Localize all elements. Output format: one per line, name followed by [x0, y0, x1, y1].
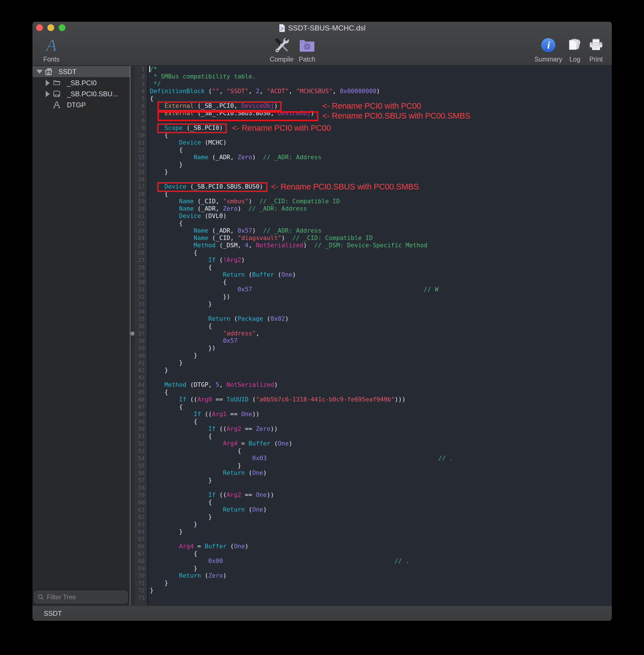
code-line: [148, 374, 612, 381]
line-number: 27: [130, 256, 147, 264]
code-line: }: [148, 161, 612, 168]
line-number: 65: [130, 535, 147, 543]
code-line: 0x57 // W: [148, 286, 612, 293]
status-bar: SSDT: [32, 606, 612, 621]
code-line: Name (_CID, "diagsvault") // _CID: Compa…: [148, 234, 612, 242]
filter-tree-input[interactable]: Filter Tree: [34, 591, 128, 603]
code-line: 0x00 // .: [148, 557, 612, 565]
code-line: If ((Arg2 == One)): [148, 491, 612, 499]
sidebar-item-dtgp[interactable]: DTGP: [32, 99, 130, 110]
disclosure-right-icon[interactable]: [46, 80, 50, 86]
print-button[interactable]: Print: [573, 34, 612, 65]
code-line: }: [148, 366, 612, 374]
sidebar-item--sb-pci0[interactable]: _SB.PCI0: [32, 77, 130, 88]
line-number: 38: [130, 337, 147, 344]
line-number: 48: [130, 410, 147, 418]
code-line: }: [148, 528, 612, 535]
tree-item-label: SSDT: [59, 68, 76, 76]
code-line: If ((Arg1 == One)): [148, 410, 612, 418]
sidebar-item-ssdt[interactable]: SSDT: [32, 66, 130, 77]
fonts-icon: A: [46, 36, 57, 54]
code-line: DefinitionBlock ("", "SSDT", 2, "ACDT", …: [148, 88, 612, 95]
code-line: Arg4 = Buffer (One): [148, 440, 612, 447]
code-line: {: [148, 388, 612, 396]
code-line: /*: [148, 66, 612, 73]
line-number: 40: [130, 352, 147, 359]
code-line: {: [148, 550, 612, 557]
home-icon: [44, 67, 53, 76]
rename-annotation: <- Rename PCI0 with PC00: [322, 101, 421, 111]
tree-item-label: _SB.PCI0: [67, 79, 96, 87]
code-line: }: [148, 462, 612, 469]
tree-item-label: DTGP: [67, 101, 86, 109]
code-line: Method (_DSM, 4, NotSerialized) // _DSM:…: [148, 242, 612, 249]
code-line: }: [148, 168, 612, 176]
line-number: 9: [130, 124, 147, 132]
line-number: 46: [130, 396, 147, 403]
line-number: 29: [130, 271, 147, 278]
window-title: SSDT-SBUS-MCHC.dsl: [288, 24, 365, 32]
line-number: 57: [130, 477, 147, 484]
line-number: 19: [130, 198, 147, 205]
code-line: [148, 594, 612, 601]
filter-placeholder: Filter Tree: [47, 593, 76, 601]
code-line: Return (Zero): [148, 572, 612, 579]
main-content: SSDT_SB.PCI0_SB.PCI0.SBU...DTGP Filter T…: [32, 66, 612, 606]
line-number: 60: [130, 499, 147, 506]
code-line: {: [148, 418, 612, 425]
disclosure-down-icon[interactable]: [37, 70, 43, 74]
line-number: 30: [130, 278, 147, 286]
code-line: If (!Arg2): [148, 256, 612, 264]
code-editor[interactable]: /* * SMBus compatibility table. */Defini…: [148, 66, 612, 606]
code-line: }: [148, 477, 612, 484]
line-number: 52: [130, 440, 147, 447]
line-number: 43: [130, 374, 147, 381]
line-number: 47: [130, 403, 147, 410]
line-number: 8: [130, 117, 147, 124]
code-line: Method (DTGP, 5, NotSerialized): [148, 381, 612, 388]
rename-highlight-box: [158, 101, 281, 111]
code-line: {: [148, 220, 612, 227]
window-title-area: SSDT-SBUS-MCHC.dsl: [32, 22, 612, 34]
line-number: 41: [130, 359, 147, 366]
line-number: 22: [130, 220, 147, 227]
fonts-button[interactable]: A Fonts: [32, 34, 74, 65]
line-number-gutter: 1234567891011121314151617181920212223242…: [130, 66, 148, 606]
code-line: }: [148, 359, 612, 366]
line-number: 26: [130, 249, 147, 256]
line-number: 6: [130, 102, 147, 110]
line-number: 5: [130, 95, 147, 102]
code-line: }: [148, 565, 612, 572]
drive-icon: [52, 90, 61, 98]
rename-annotation: <- Rename PCI0.SBUS with PC00.SMBS: [322, 111, 470, 120]
app-window: SSDT-SBUS-MCHC.dsl A Fonts Compile: [32, 22, 612, 621]
line-number: 42: [130, 366, 147, 374]
line-number: 32: [130, 293, 147, 300]
code-line: [148, 308, 612, 315]
line-number: 28: [130, 264, 147, 271]
patch-button[interactable]: Patch: [284, 34, 330, 65]
document-icon: [279, 24, 285, 32]
line-number: 68: [130, 557, 147, 565]
code-line: "address",: [148, 330, 612, 337]
disclosure-right-icon[interactable]: [46, 91, 50, 97]
rename-highlight-box: [158, 111, 318, 121]
line-number: 21: [130, 212, 147, 220]
print-label: Print: [589, 55, 602, 63]
line-number: 34: [130, 308, 147, 315]
line-number: 51: [130, 432, 147, 440]
code-line: }): [148, 293, 612, 300]
folder-icon: [52, 78, 61, 86]
line-number: 17: [130, 183, 147, 190]
line-number: 16: [130, 176, 147, 183]
line-number: 15: [130, 168, 147, 176]
code-line: * SMBus compatibility table.: [148, 73, 612, 80]
code-line: */: [148, 80, 612, 88]
line-number: 20: [130, 205, 147, 212]
sidebar-item--sb-pci0-sbu-[interactable]: _SB.PCI0.SBU...: [32, 88, 130, 99]
line-number: 45: [130, 388, 147, 396]
code-line: }: [148, 352, 612, 359]
code-line: {: [148, 264, 612, 271]
text-caret: [149, 66, 150, 72]
line-number: 61: [130, 506, 147, 513]
